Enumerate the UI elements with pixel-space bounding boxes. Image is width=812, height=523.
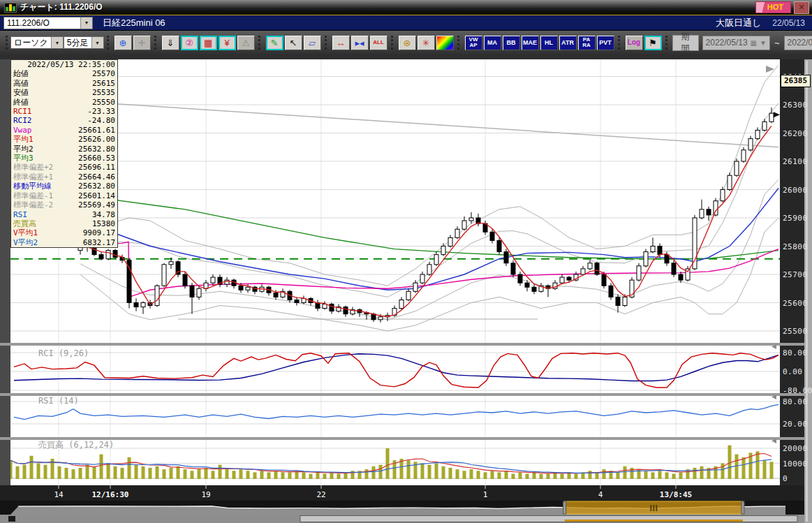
chevron-down-icon[interactable]: ▼: [51, 37, 63, 48]
window-title: チャート: 111.2206/O: [20, 1, 103, 13]
symbol-combo[interactable]: 111.2206/O ▼: [3, 17, 93, 29]
bb-button[interactable]: BB: [503, 36, 520, 50]
readout-row: 移動平均線25632.80: [11, 182, 117, 191]
last-price-tooltip: 26385: [781, 75, 811, 87]
date-to-value: 2022/05/13: [788, 38, 812, 47]
calendar-icon: ▦: [751, 39, 757, 47]
x-axis-label: 19: [201, 490, 210, 499]
news-flag-icon[interactable]: ⚑: [644, 36, 662, 50]
axis-tick-label: 80.00: [783, 348, 808, 358]
shrink-bars-icon[interactable]: ↔: [332, 36, 350, 50]
readout-row: V平均19909.17: [11, 228, 117, 237]
date-to-field[interactable]: 2022/05/13 ▦ ▼: [784, 36, 812, 50]
readout-row: RCI1-23.33: [11, 107, 117, 116]
axis-tick-label: 26000: [783, 186, 808, 195]
toolbar-group-handle: [665, 36, 667, 50]
symbol-row: 111.2206/O ▼ 日経225mini 06 大阪日通し 22/05/13: [0, 15, 812, 31]
yen-icon[interactable]: ¥: [219, 36, 236, 50]
axis-tick-label: 20000: [783, 444, 808, 453]
ma-button[interactable]: MA: [484, 36, 501, 50]
title-bar: チャート: 111.2206/O HOT ✕: [0, 0, 812, 15]
toolbar-group-handle: [618, 36, 622, 50]
chevron-down-icon[interactable]: ▼: [760, 39, 767, 47]
zoom-preset-icon[interactable]: ②: [181, 36, 198, 50]
chevron-down-icon[interactable]: ▼: [80, 17, 92, 29]
hl-button[interactable]: HL: [540, 36, 558, 50]
panel-title: RCI (9,26): [38, 348, 89, 358]
alert-icon[interactable]: ⚠: [237, 36, 255, 50]
para-button[interactable]: PARA: [578, 36, 596, 50]
palette-icon[interactable]: [436, 36, 454, 50]
readout-row: V平均26832.17: [11, 238, 117, 247]
crosshair-icon[interactable]: ✛: [133, 36, 151, 50]
readout-row: 標準偏差-225569.49: [11, 200, 117, 209]
zoom-icon[interactable]: ⊕: [115, 36, 132, 50]
readout-row: RCI2-24.80: [11, 116, 117, 125]
session-label: 大阪日通し: [716, 17, 761, 29]
symbol-combo-value: 111.2206/O: [4, 18, 80, 28]
toolbar-group-handle: [391, 36, 395, 50]
x-axis-label: 1: [483, 490, 488, 499]
axis-tick-label: 25500: [783, 327, 808, 336]
x-axis-label: 22: [316, 490, 325, 499]
chart-type-value: ローソク: [11, 37, 51, 49]
toolbar-group-handle: [107, 36, 111, 50]
axis-tick-label: 80.00: [783, 397, 808, 406]
toolbar-group-handle: [154, 36, 158, 50]
vwap-button[interactable]: VWAP: [465, 36, 482, 50]
close-icon[interactable]: ✕: [794, 1, 809, 14]
readout-row: 安値25535: [11, 88, 117, 97]
hot-badge[interactable]: HOT: [755, 1, 791, 13]
date-from-field[interactable]: 2022/05/13 ▦ ▼: [702, 36, 770, 50]
log-button[interactable]: Log: [626, 36, 643, 50]
all-bars-button[interactable]: ALL: [370, 36, 387, 50]
price-board-icon[interactable]: ▦: [200, 36, 217, 50]
atr-button[interactable]: ATR: [559, 36, 577, 50]
readout-timestamp: 2022/05/13 22:35:00: [11, 60, 117, 69]
toolbar-group-handle: [325, 36, 329, 50]
draw-icon[interactable]: ✎: [266, 36, 283, 50]
toolbar-group-handle: [6, 36, 8, 50]
mae-button[interactable]: MAE: [522, 36, 539, 50]
pvt-button[interactable]: PVT: [597, 36, 614, 50]
eraser-icon[interactable]: ▱: [304, 36, 321, 50]
axis-tick-label: 26100: [783, 157, 808, 166]
x-axis-label: 14: [54, 490, 64, 499]
readout-row: 平均125626.00: [11, 135, 117, 144]
tools-icon[interactable]: ✳: [418, 36, 435, 50]
net-icon[interactable]: ⊛: [399, 36, 416, 50]
chart-canvas[interactable]: RCI (9,26)RSI (14)売買高 (6,12,24)264002630…: [0, 59, 812, 523]
overview-selection-handle[interactable]: [563, 501, 566, 514]
date-from-value: 2022/05/13: [706, 38, 748, 47]
timeframe-combo[interactable]: 5分足 ▼: [64, 36, 104, 49]
expand-bars-icon[interactable]: ▸◂: [351, 36, 369, 50]
readout-row: 終値25550: [11, 98, 117, 107]
readout-row: Vwap25661.61: [11, 126, 117, 135]
overview-selection-handle[interactable]: [741, 501, 744, 514]
readout-row: 始値25570: [11, 69, 117, 78]
axis-tick-label: 0: [783, 474, 788, 483]
cursor-icon[interactable]: ↖: [285, 36, 302, 50]
readout-row: 標準偏差+225696.11: [11, 163, 117, 172]
axis-tick-label: 25900: [783, 214, 808, 223]
timeframe-value: 5分足: [64, 37, 91, 49]
readout-row: 売買高15380: [11, 219, 117, 228]
chevron-down-icon[interactable]: ▼: [91, 37, 103, 48]
axis-tick-label: 25800: [783, 242, 808, 251]
chart-window: チャート: 111.2206/O HOT ✕ 111.2206/O ▼ 日経22…: [0, 0, 812, 523]
period-button[interactable]: 期間: [672, 35, 699, 51]
date-range-tilde: ~: [774, 38, 780, 48]
instrument-name: 日経225mini 06: [103, 17, 165, 29]
axis-tick-label: 0.00: [783, 367, 803, 376]
readout-row: 平均225632.80: [11, 145, 117, 154]
readout-row: 平均325660.53: [11, 154, 117, 163]
save-chart-icon[interactable]: ⇓: [162, 36, 179, 50]
session-date: 22/05/13: [772, 18, 805, 28]
chart-type-combo[interactable]: ローソク ▼: [10, 36, 64, 49]
axis-tick-label: 26300: [783, 101, 808, 110]
axis-tick-label: 20.00: [783, 420, 808, 429]
axis-tick-label: 25600: [783, 299, 808, 308]
x-axis-label: 13/8:45: [660, 490, 692, 499]
toolbar-group-handle: [258, 36, 263, 50]
readout-row: 高値25615: [11, 79, 117, 88]
